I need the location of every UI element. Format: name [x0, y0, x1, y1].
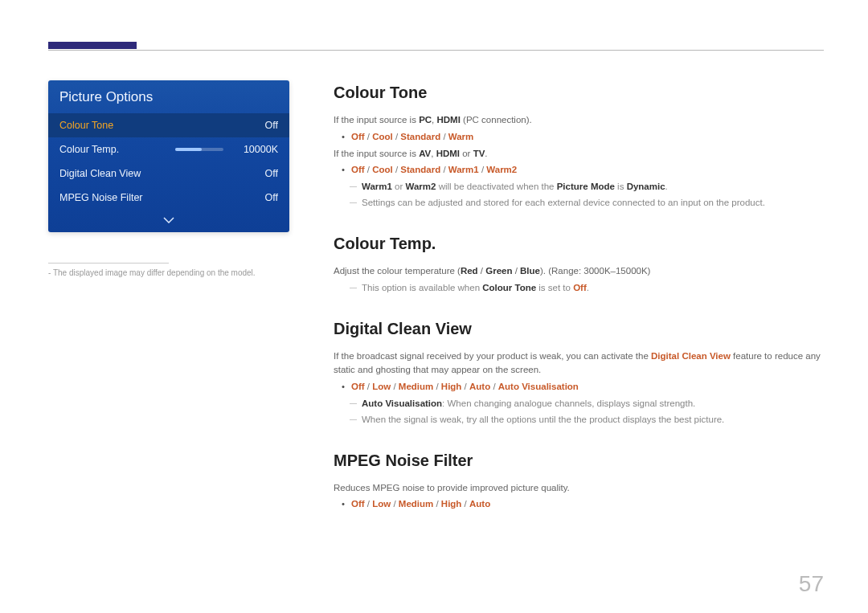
text: If the broadcast signal received by your… [334, 349, 824, 378]
panel-row-digital-clean-view[interactable]: Digital Clean View Off [48, 161, 289, 186]
heading-digital-clean-view: Digital Clean View [334, 317, 824, 341]
header-accent [48, 42, 137, 49]
picture-options-panel: Picture Options Colour Tone Off Colour T… [48, 80, 289, 232]
note: Warm1 or Warm2 will be deactivated when … [334, 180, 824, 194]
panel-row-colour-tone[interactable]: Colour Tone Off [48, 113, 289, 137]
row-value: Off [230, 120, 278, 131]
header-rule [48, 50, 824, 51]
content-column: Colour Tone If the input source is PC, H… [334, 80, 824, 514]
heading-mpeg-noise-filter: MPEG Noise Filter [334, 448, 824, 473]
note: Settings can be adjusted and stored for … [334, 196, 824, 210]
note: This option is available when Colour Ton… [334, 281, 824, 296]
panel-row-mpeg-noise-filter[interactable]: MPEG Noise Filter Off [48, 186, 289, 210]
row-value: Off [230, 192, 278, 203]
note: Auto Visualisation: When changing analog… [334, 397, 824, 411]
panel-caption: - The displayed image may differ dependi… [48, 263, 289, 279]
note: When the signal is weak, try all the opt… [334, 413, 824, 427]
text: Adjust the colour temperature (Red / Gre… [334, 264, 824, 279]
row-label: Colour Tone [59, 120, 230, 131]
row-label: Colour Temp. [59, 144, 175, 155]
option-list: Off / Cool / Standard / Warm1 / Warm2 [334, 163, 824, 178]
row-label: Digital Clean View [59, 168, 230, 179]
page-number: 57 [799, 571, 824, 597]
option-list: Off / Cool / Standard / Warm [334, 130, 824, 145]
heading-colour-temp: Colour Temp. [334, 231, 824, 256]
slider-icon [175, 148, 223, 151]
panel-title: Picture Options [48, 80, 289, 113]
option-list: Off / Low / Medium / High / Auto / Auto … [334, 380, 824, 394]
text: Reduces MPEG noise to provide improved p… [334, 481, 824, 496]
text: If the input source is AV, HDMI or TV. [334, 147, 824, 161]
row-value: 10000K [230, 144, 278, 155]
chevron-down-icon[interactable] [48, 210, 289, 232]
panel-row-colour-temp[interactable]: Colour Temp. 10000K [48, 137, 289, 161]
row-label: MPEG Noise Filter [59, 192, 230, 203]
text: If the input source is PC, HDMI (PC conn… [334, 113, 824, 128]
row-value: Off [230, 168, 278, 179]
heading-colour-tone: Colour Tone [334, 80, 824, 105]
left-column: Picture Options Colour Tone Off Colour T… [48, 80, 289, 514]
option-list: Off / Low / Medium / High / Auto [334, 497, 824, 512]
